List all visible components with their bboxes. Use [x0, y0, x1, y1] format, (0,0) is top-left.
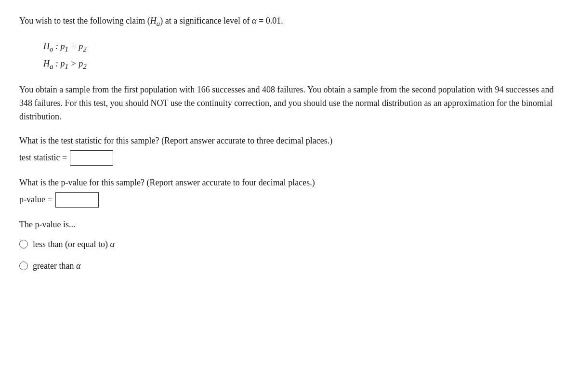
pvalue-section: What is the p-value for this sample? (Re…	[19, 176, 559, 208]
alt-hypothesis: Ha : p1 > p2	[43, 56, 559, 73]
pvalue-is-text: The p-value is...	[19, 218, 559, 231]
pvalue-input-row: p-value =	[19, 192, 559, 208]
pvalue-is-section: The p-value is... less than (or equal to…	[19, 218, 559, 273]
hypotheses-block: Ho : p1 = p2 Ha : p1 > p2	[43, 39, 559, 73]
pvalue-question: What is the p-value for this sample? (Re…	[19, 176, 559, 189]
null-hypothesis: Ho : p1 = p2	[43, 39, 559, 56]
test-statistic-input[interactable]	[70, 150, 113, 166]
radio-less-than-label: less than (or equal to) α	[33, 238, 115, 251]
test-statistic-question: What is the test statistic for this samp…	[19, 134, 559, 147]
test-statistic-label: test statistic =	[19, 151, 67, 164]
radio-greater-than-label: greater than α	[33, 260, 80, 273]
radio-less-than[interactable]: less than (or equal to) α	[19, 238, 559, 251]
pvalue-label: p-value =	[19, 193, 53, 206]
radio-circle-greater[interactable]	[19, 261, 28, 270]
test-statistic-section: What is the test statistic for this samp…	[19, 134, 559, 166]
description-text: You obtain a sample from the first popul…	[19, 83, 559, 124]
radio-circle-less[interactable]	[19, 240, 28, 248]
intro-text: You wish to test the following claim (Ha…	[19, 14, 559, 29]
test-statistic-input-row: test statistic =	[19, 150, 559, 166]
pvalue-input[interactable]	[55, 192, 99, 208]
radio-greater-than[interactable]: greater than α	[19, 260, 559, 273]
